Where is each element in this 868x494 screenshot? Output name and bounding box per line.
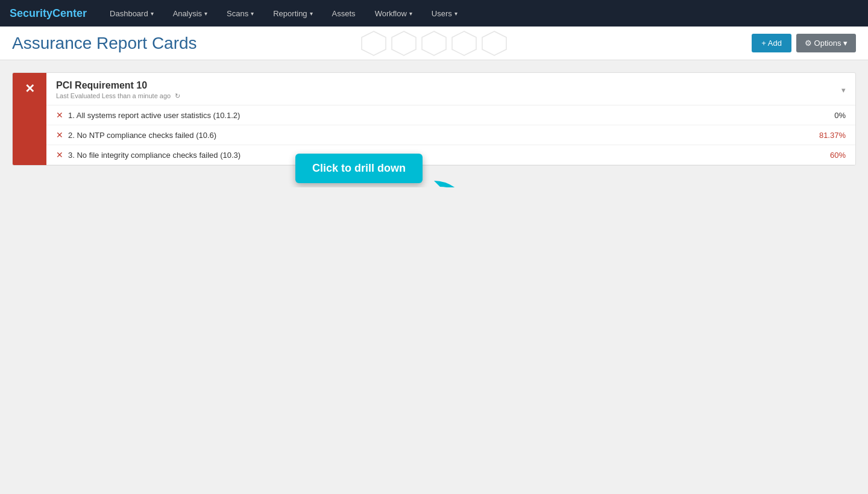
- arc-card-body: PCI Requirement 10 Last Evaluated Less t…: [46, 73, 855, 165]
- drill-down-tooltip: Click to drill down: [295, 154, 423, 183]
- header-actions: + Add ⚙ Options ▾: [752, 34, 856, 52]
- page-title: Assurance Report Cards: [12, 34, 197, 53]
- nav-menu: Dashboard ▾ Analysis ▾ Scans ▾ Reporting…: [101, 5, 466, 22]
- options-button[interactable]: ⚙ Options ▾: [796, 34, 856, 52]
- arc-card: ✕ PCI Requirement 10 Last Evaluated Less…: [12, 72, 856, 166]
- row-pct-3: 60%: [830, 151, 846, 160]
- nav-item-users[interactable]: Users ▾: [423, 5, 466, 22]
- nav-item-analysis[interactable]: Analysis ▾: [165, 5, 216, 22]
- row-pct-2: 81.37%: [819, 131, 846, 140]
- arc-card-title: PCI Requirement 10: [56, 80, 180, 91]
- arc-row-2[interactable]: ✕ 2. No NTP compliance checks failed (10…: [46, 125, 855, 145]
- nav-item-dashboard[interactable]: Dashboard ▾: [101, 5, 162, 22]
- arc-card-subtitle: Last Evaluated Less than a minute ago ↻: [56, 92, 180, 100]
- header-decorative-icons: [359, 28, 509, 58]
- refresh-icon[interactable]: ↻: [175, 92, 180, 99]
- row-label-1: 1. All systems report active user statis…: [68, 111, 240, 120]
- chevron-down-icon: ▾: [310, 10, 313, 17]
- svg-marker-0: [362, 31, 386, 55]
- chevron-down-icon: ▾: [454, 10, 458, 17]
- chevron-down-icon: ▾: [409, 10, 412, 17]
- chevron-down-icon: ▾: [204, 10, 207, 17]
- arc-card-close-icon[interactable]: ✕: [25, 81, 35, 96]
- svg-marker-3: [452, 31, 476, 55]
- chevron-down-icon[interactable]: ▾: [841, 86, 846, 95]
- row-fail-icon-2: ✕: [56, 130, 63, 140]
- app-brand: SecurityCenter: [10, 7, 87, 20]
- chevron-down-icon: ▾: [251, 10, 254, 17]
- nav-item-scans[interactable]: Scans ▾: [218, 5, 262, 22]
- arc-card-header: PCI Requirement 10 Last Evaluated Less t…: [46, 73, 855, 105]
- page-header: Assurance Report Cards + Add ⚙ Options ▾: [0, 27, 868, 60]
- svg-marker-1: [392, 31, 416, 55]
- row-fail-icon-1: ✕: [56, 110, 63, 120]
- row-pct-1: 0%: [834, 111, 846, 120]
- nav-item-workflow[interactable]: Workflow ▾: [366, 5, 421, 22]
- main-content: ✕ PCI Requirement 10 Last Evaluated Less…: [0, 60, 868, 187]
- arc-row-3[interactable]: ✕ 3. No file integrity compliance checks…: [46, 145, 855, 165]
- row-label-3: 3. No file integrity compliance checks f…: [68, 151, 241, 160]
- arc-card-indicator: ✕: [13, 73, 46, 165]
- svg-marker-2: [422, 31, 446, 55]
- svg-marker-4: [482, 31, 506, 55]
- row-label-2: 2. No NTP compliance checks failed (10.6…: [68, 131, 216, 140]
- nav-item-assets[interactable]: Assets: [324, 5, 364, 22]
- brand-center: Center: [52, 7, 87, 19]
- row-fail-icon-3: ✕: [56, 150, 63, 160]
- nav-item-reporting[interactable]: Reporting ▾: [265, 5, 321, 22]
- arc-row-1[interactable]: ✕ 1. All systems report active user stat…: [46, 105, 855, 125]
- brand-security: Security: [10, 7, 52, 19]
- add-button[interactable]: + Add: [752, 34, 791, 52]
- chevron-down-icon: ▾: [151, 10, 154, 17]
- navbar: SecurityCenter Dashboard ▾ Analysis ▾ Sc…: [0, 0, 868, 27]
- drill-down-arrow: [416, 181, 512, 187]
